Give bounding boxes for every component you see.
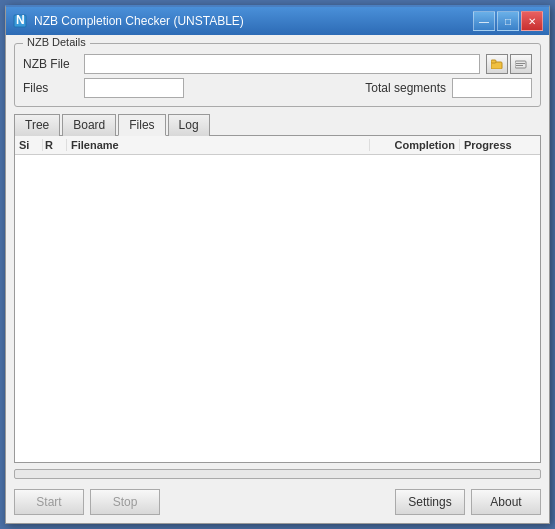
nzb-file-label: NZB File	[23, 57, 78, 71]
nzb-details-group: NZB Details NZB File	[14, 43, 541, 107]
table-header: Si R Filename Completion Progress	[15, 136, 540, 155]
app-icon: N	[12, 13, 28, 29]
col-header-r: R	[43, 139, 67, 151]
tab-tree[interactable]: Tree	[14, 114, 60, 136]
title-bar: N NZB Completion Checker (UNSTABLE) — □ …	[6, 7, 549, 35]
files-label: Files	[23, 81, 78, 95]
total-segments-label: Total segments	[365, 81, 446, 95]
window-title: NZB Completion Checker (UNSTABLE)	[34, 14, 244, 28]
files-input[interactable]	[84, 78, 184, 98]
nzb-file-row: NZB File	[23, 54, 532, 74]
browse-file-button[interactable]	[510, 54, 532, 74]
tab-bar: Tree Board Files Log	[14, 113, 541, 136]
settings-button[interactable]: Settings	[395, 489, 465, 515]
tab-content-files: Si R Filename Completion Progress	[14, 136, 541, 463]
svg-rect-6	[516, 65, 523, 66]
group-legend: NZB Details	[23, 36, 90, 48]
svg-rect-4	[515, 61, 526, 68]
tab-files[interactable]: Files	[118, 114, 165, 136]
svg-text:N: N	[16, 14, 25, 27]
file-buttons	[486, 54, 532, 74]
bottom-buttons: Start Stop Settings About	[14, 489, 541, 515]
col-header-si: Si	[15, 139, 43, 151]
tab-board[interactable]: Board	[62, 114, 116, 136]
tabs-container: Tree Board Files Log Si R Filename Compl…	[14, 113, 541, 463]
bottom-left-buttons: Start Stop	[14, 489, 160, 515]
total-segments-input[interactable]	[452, 78, 532, 98]
tab-log[interactable]: Log	[168, 114, 210, 136]
title-buttons: — □ ✕	[473, 11, 543, 31]
maximize-button[interactable]: □	[497, 11, 519, 31]
window-content: NZB Details NZB File	[6, 35, 549, 523]
table-body	[15, 155, 540, 462]
about-button[interactable]: About	[471, 489, 541, 515]
title-bar-left: N NZB Completion Checker (UNSTABLE)	[12, 13, 244, 29]
svg-rect-5	[516, 63, 525, 64]
col-header-completion: Completion	[370, 139, 460, 151]
col-header-progress: Progress	[460, 139, 540, 151]
open-file-button[interactable]	[486, 54, 508, 74]
minimize-button[interactable]: —	[473, 11, 495, 31]
horizontal-scrollbar[interactable]	[14, 469, 541, 479]
start-button[interactable]: Start	[14, 489, 84, 515]
svg-rect-3	[491, 60, 496, 63]
col-header-filename: Filename	[67, 139, 370, 151]
bottom-right-buttons: Settings About	[395, 489, 541, 515]
nzb-file-input[interactable]	[84, 54, 480, 74]
files-row: Files Total segments	[23, 78, 532, 98]
stop-button[interactable]: Stop	[90, 489, 160, 515]
main-window: N NZB Completion Checker (UNSTABLE) — □ …	[5, 5, 550, 524]
close-button[interactable]: ✕	[521, 11, 543, 31]
